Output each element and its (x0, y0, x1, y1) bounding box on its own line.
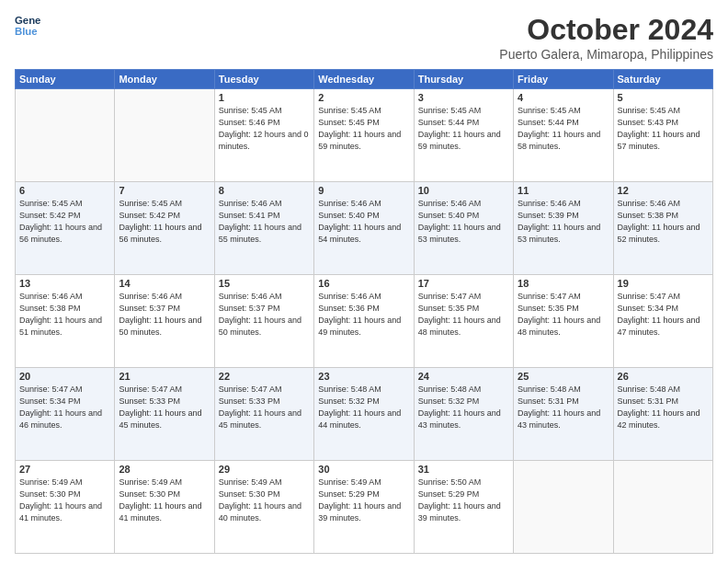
day-info: Sunrise: 5:46 AM Sunset: 5:38 PM Dayligh… (19, 291, 110, 339)
table-row: 3Sunrise: 5:45 AM Sunset: 5:44 PM Daylig… (414, 89, 513, 182)
day-number: 27 (19, 464, 110, 475)
day-number: 30 (318, 464, 409, 475)
table-row: 21Sunrise: 5:47 AM Sunset: 5:33 PM Dayli… (115, 368, 214, 461)
month-title: October 2024 (499, 13, 713, 47)
day-info: Sunrise: 5:46 AM Sunset: 5:37 PM Dayligh… (219, 291, 310, 339)
day-info: Sunrise: 5:45 AM Sunset: 5:45 PM Dayligh… (318, 105, 409, 153)
table-row: 25Sunrise: 5:48 AM Sunset: 5:31 PM Dayli… (514, 368, 613, 461)
table-row: 16Sunrise: 5:46 AM Sunset: 5:36 PM Dayli… (314, 275, 414, 368)
table-row: 9Sunrise: 5:46 AM Sunset: 5:40 PM Daylig… (314, 182, 414, 275)
table-row (514, 461, 613, 554)
table-row: 6Sunrise: 5:45 AM Sunset: 5:42 PM Daylig… (16, 182, 115, 275)
page: General Blue General Blue October 2024 P… (0, 0, 728, 563)
day-number: 3 (418, 92, 509, 103)
table-row: 4Sunrise: 5:45 AM Sunset: 5:44 PM Daylig… (514, 89, 613, 182)
day-info: Sunrise: 5:46 AM Sunset: 5:40 PM Dayligh… (418, 198, 509, 246)
day-info: Sunrise: 5:50 AM Sunset: 5:29 PM Dayligh… (418, 477, 509, 524)
svg-text:Blue: Blue (15, 26, 38, 37)
table-row (16, 89, 115, 182)
day-number: 5 (618, 92, 709, 103)
day-info: Sunrise: 5:49 AM Sunset: 5:30 PM Dayligh… (19, 477, 110, 524)
header: General Blue General Blue October 2024 P… (15, 13, 713, 62)
col-friday: Friday (514, 70, 613, 89)
day-info: Sunrise: 5:47 AM Sunset: 5:35 PM Dayligh… (418, 291, 509, 339)
day-info: Sunrise: 5:45 AM Sunset: 5:46 PM Dayligh… (219, 105, 310, 153)
table-row: 30Sunrise: 5:49 AM Sunset: 5:29 PM Dayli… (314, 461, 414, 554)
table-row (613, 461, 712, 554)
day-number: 14 (119, 278, 210, 289)
calendar-table: Sunday Monday Tuesday Wednesday Thursday… (15, 69, 713, 554)
table-row: 26Sunrise: 5:48 AM Sunset: 5:31 PM Dayli… (613, 368, 712, 461)
table-row: 24Sunrise: 5:48 AM Sunset: 5:32 PM Dayli… (414, 368, 513, 461)
table-row: 5Sunrise: 5:45 AM Sunset: 5:43 PM Daylig… (613, 89, 712, 182)
day-info: Sunrise: 5:47 AM Sunset: 5:33 PM Dayligh… (119, 384, 210, 431)
table-row: 10Sunrise: 5:46 AM Sunset: 5:40 PM Dayli… (414, 182, 513, 275)
col-sunday: Sunday (16, 70, 115, 89)
day-info: Sunrise: 5:45 AM Sunset: 5:43 PM Dayligh… (618, 105, 709, 153)
day-info: Sunrise: 5:45 AM Sunset: 5:44 PM Dayligh… (418, 105, 509, 153)
day-info: Sunrise: 5:49 AM Sunset: 5:29 PM Dayligh… (318, 477, 409, 524)
day-number: 29 (219, 464, 310, 475)
logo: General Blue General Blue (15, 13, 40, 39)
table-row: 18Sunrise: 5:47 AM Sunset: 5:35 PM Dayli… (514, 275, 613, 368)
table-row: 17Sunrise: 5:47 AM Sunset: 5:35 PM Dayli… (414, 275, 513, 368)
day-info: Sunrise: 5:47 AM Sunset: 5:33 PM Dayligh… (219, 384, 310, 431)
table-row: 19Sunrise: 5:47 AM Sunset: 5:34 PM Dayli… (613, 275, 712, 368)
day-info: Sunrise: 5:47 AM Sunset: 5:34 PM Dayligh… (618, 291, 709, 339)
table-row: 11Sunrise: 5:46 AM Sunset: 5:39 PM Dayli… (514, 182, 613, 275)
logo-icon: General Blue (15, 13, 40, 39)
table-row: 31Sunrise: 5:50 AM Sunset: 5:29 PM Dayli… (414, 461, 513, 554)
table-row: 20Sunrise: 5:47 AM Sunset: 5:34 PM Dayli… (16, 368, 115, 461)
day-info: Sunrise: 5:49 AM Sunset: 5:30 PM Dayligh… (119, 477, 210, 524)
day-info: Sunrise: 5:45 AM Sunset: 5:42 PM Dayligh… (19, 198, 110, 246)
day-info: Sunrise: 5:48 AM Sunset: 5:31 PM Dayligh… (518, 384, 609, 431)
day-info: Sunrise: 5:46 AM Sunset: 5:36 PM Dayligh… (318, 291, 409, 339)
day-number: 26 (618, 371, 709, 382)
table-row: 28Sunrise: 5:49 AM Sunset: 5:30 PM Dayli… (115, 461, 214, 554)
table-row: 8Sunrise: 5:46 AM Sunset: 5:41 PM Daylig… (214, 182, 313, 275)
table-row (115, 89, 214, 182)
title-block: October 2024 Puerto Galera, Mimaropa, Ph… (499, 13, 713, 62)
day-number: 12 (618, 185, 709, 196)
day-number: 25 (518, 371, 609, 382)
day-info: Sunrise: 5:48 AM Sunset: 5:32 PM Dayligh… (418, 384, 509, 431)
day-number: 20 (19, 371, 110, 382)
day-info: Sunrise: 5:46 AM Sunset: 5:38 PM Dayligh… (618, 198, 709, 246)
day-number: 23 (318, 371, 409, 382)
day-number: 24 (418, 371, 509, 382)
day-number: 21 (119, 371, 210, 382)
day-info: Sunrise: 5:46 AM Sunset: 5:40 PM Dayligh… (318, 198, 409, 246)
day-number: 1 (219, 92, 310, 103)
day-number: 8 (219, 185, 310, 196)
day-number: 13 (19, 278, 110, 289)
svg-text:General: General (15, 15, 40, 26)
day-info: Sunrise: 5:45 AM Sunset: 5:42 PM Dayligh… (119, 198, 210, 246)
day-info: Sunrise: 5:48 AM Sunset: 5:31 PM Dayligh… (618, 384, 709, 431)
day-number: 10 (418, 185, 509, 196)
day-number: 19 (618, 278, 709, 289)
day-number: 22 (219, 371, 310, 382)
table-row: 1Sunrise: 5:45 AM Sunset: 5:46 PM Daylig… (214, 89, 313, 182)
table-row: 2Sunrise: 5:45 AM Sunset: 5:45 PM Daylig… (314, 89, 414, 182)
day-number: 16 (318, 278, 409, 289)
day-number: 6 (19, 185, 110, 196)
table-row: 29Sunrise: 5:49 AM Sunset: 5:30 PM Dayli… (214, 461, 313, 554)
table-row: 12Sunrise: 5:46 AM Sunset: 5:38 PM Dayli… (613, 182, 712, 275)
col-thursday: Thursday (414, 70, 513, 89)
day-info: Sunrise: 5:49 AM Sunset: 5:30 PM Dayligh… (219, 477, 310, 524)
location-title: Puerto Galera, Mimaropa, Philippines (499, 47, 713, 62)
day-info: Sunrise: 5:48 AM Sunset: 5:32 PM Dayligh… (318, 384, 409, 431)
day-number: 4 (518, 92, 609, 103)
table-row: 22Sunrise: 5:47 AM Sunset: 5:33 PM Dayli… (214, 368, 313, 461)
table-row: 27Sunrise: 5:49 AM Sunset: 5:30 PM Dayli… (16, 461, 115, 554)
table-row: 14Sunrise: 5:46 AM Sunset: 5:37 PM Dayli… (115, 275, 214, 368)
day-info: Sunrise: 5:47 AM Sunset: 5:34 PM Dayligh… (19, 384, 110, 431)
day-info: Sunrise: 5:45 AM Sunset: 5:44 PM Dayligh… (518, 105, 609, 153)
table-row: 15Sunrise: 5:46 AM Sunset: 5:37 PM Dayli… (214, 275, 313, 368)
day-number: 15 (219, 278, 310, 289)
table-row: 13Sunrise: 5:46 AM Sunset: 5:38 PM Dayli… (16, 275, 115, 368)
day-number: 11 (518, 185, 609, 196)
day-number: 18 (518, 278, 609, 289)
day-number: 9 (318, 185, 409, 196)
day-info: Sunrise: 5:46 AM Sunset: 5:37 PM Dayligh… (119, 291, 210, 339)
